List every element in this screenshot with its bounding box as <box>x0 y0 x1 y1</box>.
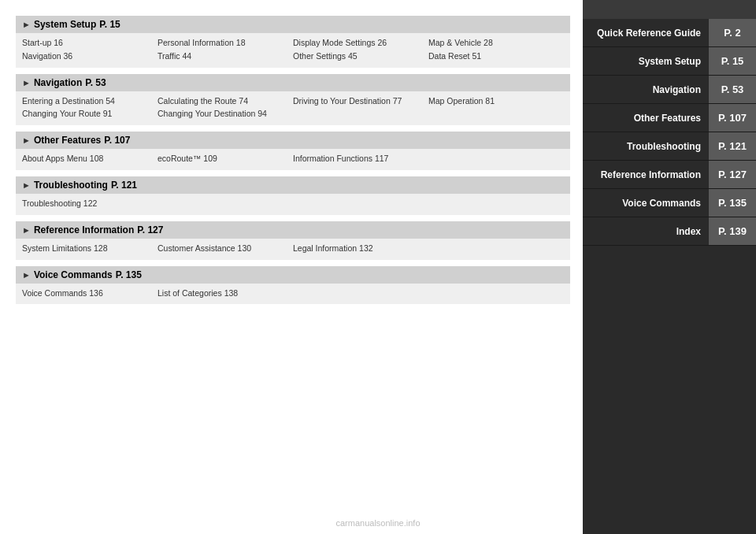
section-rows-0: Start-up 16Personal Information 18Displa… <box>16 33 570 68</box>
sidebar-item-label: Index <box>583 218 709 245</box>
sidebar-item-3[interactable]: Other Features P. 107 <box>583 104 756 132</box>
arrow-icon: ► <box>22 270 31 280</box>
arrow-icon: ► <box>22 20 31 29</box>
section-cell: About Apps Menu 108 <box>22 152 158 165</box>
section-rows-1: Entering a Destination 54Calculating the… <box>16 91 570 126</box>
arrow-icon: ► <box>22 78 31 87</box>
section-header-4: ►Reference Information P. 127 <box>16 221 570 239</box>
section-rows-3: Troubleshooting 122 <box>16 194 570 215</box>
sidebar-item-0[interactable]: Quick Reference Guide P. 2 <box>583 19 756 47</box>
section-page: P. 15 <box>99 19 120 30</box>
section-cell: Start-up 16 <box>22 36 158 50</box>
section-cell: Navigation 36 <box>22 50 158 63</box>
sidebar-item-1[interactable]: System Setup P. 15 <box>583 47 756 76</box>
sidebar-item-page: P. 53 <box>709 76 756 103</box>
section-row: System Limitations 128Customer Assistanc… <box>22 242 564 255</box>
section-cell: List of Categories 138 <box>158 287 293 300</box>
section-cell: Map Operation 81 <box>428 95 564 108</box>
sidebar-item-2[interactable]: Navigation P. 53 <box>583 76 756 104</box>
section-page: P. 135 <box>116 269 142 280</box>
section-block-0: ►System Setup P. 15Start-up 16Personal I… <box>16 16 570 68</box>
sidebar-item-7[interactable]: Index P. 139 <box>583 217 756 246</box>
sidebar: Quick Reference Guide P. 2 System Setup … <box>583 0 756 534</box>
section-row: Navigation 36Traffic 44Other Settings 45… <box>22 50 564 63</box>
section-cell: Map & Vehicle 28 <box>428 36 564 50</box>
sidebar-item-page: P. 139 <box>709 217 756 245</box>
section-block-1: ►Navigation P. 53Entering a Destination … <box>16 74 570 126</box>
section-page: P. 107 <box>104 135 130 146</box>
section-cell: Personal Information 18 <box>158 36 293 50</box>
sidebar-item-page: P. 127 <box>709 161 756 188</box>
arrow-icon: ► <box>22 225 31 235</box>
section-rows-5: Voice Commands 136List of Categories 138 <box>16 284 570 305</box>
section-cell: ecoRoute™ 109 <box>158 152 293 165</box>
sidebar-item-label: System Setup <box>583 48 709 75</box>
section-rows-4: System Limitations 128Customer Assistanc… <box>16 239 570 260</box>
sidebar-title <box>583 0 756 19</box>
section-rows-2: About Apps Menu 108ecoRoute™ 109Informat… <box>16 149 570 170</box>
section-title: Troubleshooting <box>34 180 108 191</box>
section-cell: Information Functions 117 <box>293 152 428 165</box>
section-cell: Other Settings 45 <box>293 50 428 63</box>
section-cell <box>428 107 564 121</box>
section-title: System Setup <box>34 19 96 30</box>
section-row: Troubleshooting 122 <box>22 197 564 210</box>
section-cell: Driving to Your Destination 77 <box>293 95 428 108</box>
section-title: Other Features <box>34 135 101 146</box>
section-page: P. 127 <box>137 224 163 235</box>
sidebar-item-label: Quick Reference Guide <box>583 20 709 46</box>
section-header-2: ►Other Features P. 107 <box>16 132 570 149</box>
sidebar-item-label: Reference Information <box>583 161 709 188</box>
arrow-icon: ► <box>22 180 31 190</box>
section-cell <box>428 152 564 165</box>
section-cell: Traffic 44 <box>158 50 293 63</box>
section-cell: Customer Assistance 130 <box>158 242 293 255</box>
section-cell <box>158 197 293 210</box>
section-cell: Legal Information 132 <box>293 242 428 255</box>
section-row: Changing Your Route 91Changing Your Dest… <box>22 107 564 121</box>
sidebar-item-4[interactable]: Troubleshooting P. 121 <box>583 132 756 161</box>
section-page: P. 121 <box>111 180 137 191</box>
section-header-0: ►System Setup P. 15 <box>16 16 570 33</box>
section-page: P. 53 <box>85 77 106 88</box>
sidebar-item-page: P. 2 <box>709 19 756 46</box>
sidebar-item-page: P. 121 <box>709 132 756 160</box>
section-cell <box>293 197 428 210</box>
section-cell: Entering a Destination 54 <box>22 95 158 108</box>
section-cell: Display Mode Settings 26 <box>293 36 428 50</box>
section-row: Voice Commands 136List of Categories 138 <box>22 287 564 300</box>
sidebar-item-label: Voice Commands <box>583 190 709 217</box>
section-cell: Changing Your Destination 94 <box>158 107 293 121</box>
section-cell <box>293 107 428 121</box>
section-cell: System Limitations 128 <box>22 242 158 255</box>
section-header-5: ►Voice Commands P. 135 <box>16 266 570 284</box>
sidebar-item-page: P. 135 <box>709 189 756 217</box>
section-cell: Troubleshooting 122 <box>22 197 158 210</box>
section-header-3: ►Troubleshooting P. 121 <box>16 176 570 194</box>
section-title: Navigation <box>34 77 82 88</box>
section-row: Start-up 16Personal Information 18Displa… <box>22 36 564 50</box>
section-title: Voice Commands <box>34 269 113 280</box>
section-cell: Data Reset 51 <box>428 50 564 63</box>
section-cell <box>293 287 428 300</box>
sidebar-item-5[interactable]: Reference Information P. 127 <box>583 161 756 189</box>
section-block-2: ►Other Features P. 107About Apps Menu 10… <box>16 132 570 170</box>
section-cell: Changing Your Route 91 <box>22 107 158 121</box>
sidebar-item-6[interactable]: Voice Commands P. 135 <box>583 189 756 217</box>
sidebar-item-label: Navigation <box>583 76 709 103</box>
sidebar-item-label: Other Features <box>583 105 709 132</box>
section-block-5: ►Voice Commands P. 135Voice Commands 136… <box>16 266 570 305</box>
section-header-1: ►Navigation P. 53 <box>16 74 570 91</box>
section-title: Reference Information <box>34 224 134 235</box>
section-block-3: ►Troubleshooting P. 121Troubleshooting 1… <box>16 176 570 215</box>
arrow-icon: ► <box>22 135 31 145</box>
section-cell <box>428 197 564 210</box>
main-content: ►System Setup P. 15Start-up 16Personal I… <box>0 0 583 534</box>
section-cell: Voice Commands 136 <box>22 287 158 300</box>
section-cell: Calculating the Route 74 <box>158 95 293 108</box>
sidebar-item-label: Troubleshooting <box>583 133 709 160</box>
sidebar-item-page: P. 107 <box>709 104 756 132</box>
section-row: About Apps Menu 108ecoRoute™ 109Informat… <box>22 152 564 165</box>
section-block-4: ►Reference Information P. 127System Limi… <box>16 221 570 260</box>
section-row: Entering a Destination 54Calculating the… <box>22 95 564 108</box>
